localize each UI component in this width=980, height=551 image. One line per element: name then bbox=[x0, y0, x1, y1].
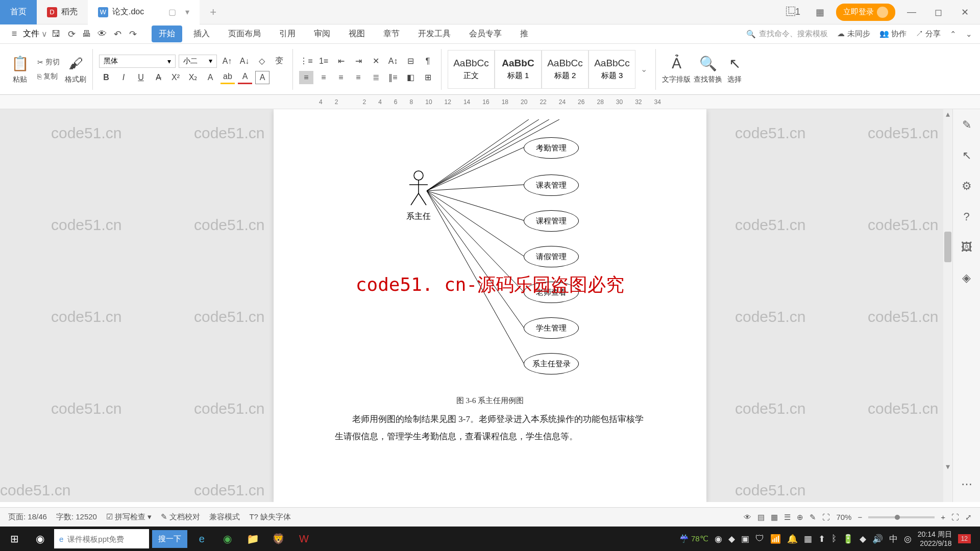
distribute-button[interactable]: ≣ bbox=[369, 71, 383, 84]
layout-icon[interactable]: ⿺1 bbox=[783, 2, 803, 22]
read-mode-icon[interactable]: 👁 bbox=[744, 513, 751, 521]
menu-tab-reference[interactable]: 引用 bbox=[272, 26, 303, 42]
highlight-button[interactable]: ab bbox=[220, 71, 235, 84]
menu-tab-chapter[interactable]: 章节 bbox=[376, 26, 407, 42]
tray-ime[interactable]: 中 bbox=[889, 533, 898, 545]
spacing-button[interactable]: ‖≡ bbox=[386, 71, 400, 84]
taskbar-search[interactable]: e bbox=[54, 529, 149, 548]
size-select[interactable]: 小二▾ bbox=[179, 55, 217, 68]
bold-button[interactable]: B bbox=[99, 71, 113, 84]
close-button[interactable]: ✕ bbox=[954, 2, 975, 22]
borders-button[interactable]: ⊞ bbox=[421, 71, 435, 84]
tray-8[interactable]: ◎ bbox=[904, 534, 912, 544]
style-heading1[interactable]: AaBbC标题 1 bbox=[495, 50, 542, 89]
grow-font-icon[interactable]: A↑ bbox=[220, 55, 234, 68]
sort-button[interactable]: ✕ bbox=[369, 55, 383, 68]
phonetic-icon[interactable]: 变 bbox=[272, 55, 286, 68]
show-marks-button[interactable]: ¶ bbox=[421, 55, 435, 68]
vertical-scrollbar[interactable]: ▴ ▾ bbox=[943, 109, 952, 502]
command-search[interactable]: 🔍 查找命令、搜索模板 bbox=[746, 29, 828, 39]
undo-icon[interactable]: ↶ bbox=[111, 28, 124, 41]
ruler[interactable]: 42246810121416182022242628303234 bbox=[0, 95, 980, 109]
task-ie[interactable]: e bbox=[190, 529, 213, 549]
view-outline-icon[interactable]: ☰ bbox=[784, 513, 791, 522]
tray-2[interactable]: ◆ bbox=[728, 534, 735, 544]
zoom-level[interactable]: 70% bbox=[836, 513, 851, 521]
view-globe-icon[interactable]: ⊕ bbox=[797, 513, 803, 522]
zoom-fit-icon[interactable]: ⛶ bbox=[822, 513, 830, 521]
indent-dec-button[interactable]: ⇤ bbox=[334, 55, 348, 68]
tab-button[interactable]: ⊟ bbox=[403, 55, 418, 68]
menu-tab-layout[interactable]: 页面布局 bbox=[221, 26, 268, 42]
settings-icon[interactable]: ⚙ bbox=[959, 179, 974, 194]
superscript-button[interactable]: X² bbox=[168, 71, 183, 84]
paste-button[interactable]: 📋 粘贴 bbox=[11, 55, 29, 84]
line-spacing-button[interactable]: A↕ bbox=[386, 55, 400, 68]
menu-tab-dev[interactable]: 开发工具 bbox=[411, 26, 458, 42]
styles-gallery[interactable]: AaBbCc正文 AaBbC标题 1 AaBbCc标题 2 AaBbCc标题 3 bbox=[448, 50, 635, 89]
pointer-icon[interactable]: ↖ bbox=[959, 148, 974, 163]
tray-bell-icon[interactable]: 🔔 bbox=[787, 534, 798, 544]
collapse-ribbon-icon[interactable]: ⌃ bbox=[950, 30, 957, 39]
tray-sound-icon[interactable]: 🔊 bbox=[872, 534, 883, 544]
print-icon[interactable]: 🖶 bbox=[80, 28, 93, 41]
zoom-slider[interactable] bbox=[868, 516, 935, 518]
close-tab-icon[interactable]: ▾ bbox=[185, 7, 189, 17]
shrink-font-icon[interactable]: A↓ bbox=[237, 55, 252, 68]
task-app1[interactable]: ◉ bbox=[216, 529, 238, 549]
styles-expand-icon[interactable]: ⌄ bbox=[639, 64, 649, 74]
char-border-button[interactable]: A bbox=[255, 71, 270, 84]
weather-widget[interactable]: ☔ 78℃ bbox=[679, 534, 708, 543]
select-button[interactable]: ↖选择 bbox=[725, 55, 744, 84]
image-icon[interactable]: 🖼 bbox=[959, 240, 974, 255]
tab-document[interactable]: W 论文.doc ▢ ▾ bbox=[88, 0, 200, 24]
menu-overflow-icon[interactable]: ⌄ bbox=[966, 30, 972, 39]
redo-icon[interactable]: ↷ bbox=[126, 28, 139, 41]
tab-home[interactable]: 首页 bbox=[0, 0, 37, 24]
more-icon[interactable]: ⋯ bbox=[959, 477, 974, 492]
collab-button[interactable]: 👥 协作 bbox=[879, 29, 906, 39]
fullscreen-icon[interactable]: ⛶ bbox=[951, 513, 959, 521]
zoom-in-button[interactable]: + bbox=[941, 513, 945, 521]
tray-6[interactable]: ⬆ bbox=[818, 534, 825, 544]
format-painter-button[interactable]: 🖌 格式刷 bbox=[65, 55, 86, 84]
search-input[interactable] bbox=[67, 535, 144, 543]
minimize-button[interactable]: — bbox=[901, 2, 922, 22]
find-replace-button[interactable]: 🔍查找替换 bbox=[694, 55, 722, 84]
font-select[interactable]: 黑体▾ bbox=[99, 55, 176, 68]
expand-icon[interactable]: ⤢ bbox=[965, 513, 972, 522]
login-button[interactable]: 立即登录 bbox=[836, 4, 895, 21]
scroll-thumb[interactable] bbox=[944, 232, 951, 262]
view-web-icon[interactable]: ▦ bbox=[771, 513, 778, 522]
pen-icon[interactable]: ✎ bbox=[959, 117, 974, 133]
view-draft-icon[interactable]: ✎ bbox=[810, 513, 816, 522]
missing-font[interactable]: T? 缺失字体 bbox=[249, 512, 291, 522]
shading-button[interactable]: ◧ bbox=[403, 71, 418, 84]
text-layout-button[interactable]: Ả文字排版 bbox=[662, 55, 691, 84]
style-normal[interactable]: AaBbCc正文 bbox=[448, 50, 495, 89]
style-heading3[interactable]: AaBbCc标题 3 bbox=[589, 50, 635, 89]
tray-wifi-icon[interactable]: 📶 bbox=[770, 534, 781, 544]
align-right-button[interactable]: ≡ bbox=[334, 71, 348, 84]
diamond-icon[interactable]: ◈ bbox=[959, 270, 974, 286]
font-color-button[interactable]: A bbox=[238, 71, 252, 84]
menu-tab-view[interactable]: 视图 bbox=[341, 26, 372, 42]
tray-shield-icon[interactable]: 🛡 bbox=[755, 534, 764, 544]
underline-button[interactable]: U bbox=[134, 71, 148, 84]
new-tab-button[interactable]: + bbox=[200, 0, 227, 24]
start-button[interactable]: ⊞ bbox=[3, 529, 26, 549]
italic-button[interactable]: I bbox=[116, 71, 131, 84]
menu-tab-start[interactable]: 开始 bbox=[152, 26, 182, 42]
menu-tab-insert[interactable]: 插入 bbox=[186, 26, 217, 42]
task-wps[interactable]: W bbox=[292, 529, 315, 549]
tray-battery-icon[interactable]: 🔋 bbox=[843, 534, 853, 544]
clock[interactable]: 20:14 周日 2022/9/18 bbox=[918, 530, 952, 548]
notification-badge[interactable]: 12 bbox=[958, 534, 971, 543]
grid-icon[interactable]: ▦ bbox=[810, 2, 830, 22]
menu-hamburger-icon[interactable]: ≡ bbox=[8, 28, 21, 41]
bullets-button[interactable]: ⋮≡ bbox=[299, 55, 313, 68]
tab-menu-icon[interactable]: ▢ bbox=[168, 7, 176, 17]
strike-button[interactable]: A̶ bbox=[151, 71, 165, 84]
sync-icon[interactable]: ⟳ bbox=[65, 28, 78, 41]
tray-3[interactable]: ▣ bbox=[741, 534, 749, 544]
